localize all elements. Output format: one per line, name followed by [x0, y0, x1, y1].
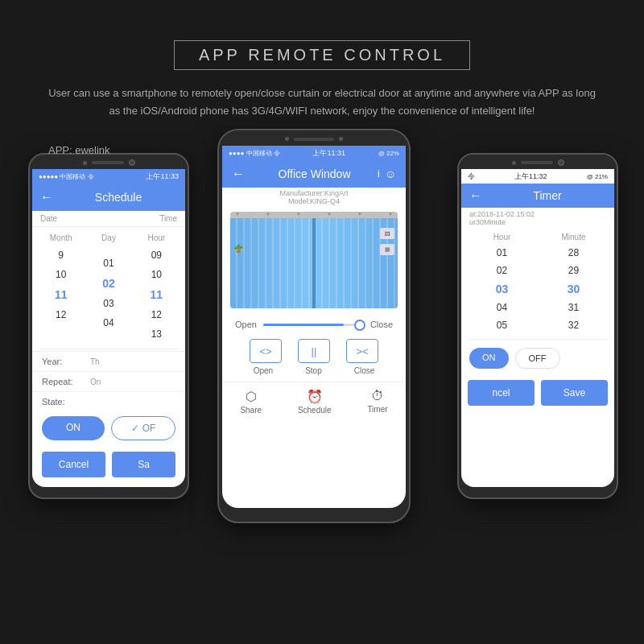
left-side-icon: 🪴 [233, 244, 243, 253]
slider-fill [263, 324, 344, 326]
timer-icon: ⏱ [371, 389, 384, 403]
smile-icon[interactable]: ☺ [385, 167, 396, 180]
day-header: Day [101, 230, 116, 246]
left-status-signal: ●●●●● 中国移动 令 [39, 172, 94, 181]
timer-hour-02: 02 [489, 262, 515, 279]
cancel-button-right[interactable]: ncel [468, 380, 535, 406]
close-ctrl-button[interactable]: >< [346, 339, 378, 363]
share-icon: ⬡ [246, 389, 257, 404]
timer-info1: at:2018-11-02 15:02 [469, 210, 606, 218]
nav-timer[interactable]: ⏱ Timer [367, 389, 387, 415]
timer-min-29: 29 [560, 262, 587, 279]
timer-hour-header: Hour [493, 230, 511, 244]
curtain-visual: ▼▼▼▼▼▼ 🖼 ▦ 🪴 [230, 212, 398, 308]
timer-min-31: 31 [560, 299, 587, 316]
hour-12: 12 [145, 305, 168, 324]
off-label-left: OF [142, 423, 156, 434]
back-arrow-center[interactable]: ← [232, 167, 245, 181]
nav-share[interactable]: ⬡ Share [240, 389, 262, 415]
timer-hour-05: 05 [489, 316, 515, 334]
stop-ctrl-label: Stop [305, 366, 322, 375]
back-arrow-right[interactable]: ← [469, 188, 482, 203]
nav-timer-label: Timer [367, 405, 387, 414]
schedule-icon: ⏰ [307, 389, 323, 404]
repeat-value: On [90, 378, 101, 386]
save-button-right[interactable]: Save [541, 380, 608, 406]
timer-info2: ur30Minute [469, 218, 606, 226]
app-label: APP: ewelink [0, 136, 644, 164]
back-arrow-icon[interactable]: ← [40, 190, 53, 204]
phone-center: ●●●● 中国移动 令 上午11:31 @ 22% ← Office Windo… [217, 129, 411, 523]
info-icon[interactable]: i [378, 168, 380, 180]
right-status-signal: 令 [468, 171, 475, 182]
timer-minute-header: Minute [561, 230, 585, 244]
month-9: 9 [52, 246, 70, 265]
left-status-time: 上午11:33 [146, 171, 179, 182]
close-ctrl-label: Close [354, 366, 375, 375]
date-label: Date [40, 214, 57, 223]
month-11-selected: 11 [48, 284, 74, 305]
hour-11-selected: 11 [144, 284, 170, 305]
timer-min-30-selected: 30 [559, 279, 588, 299]
off-button-right[interactable]: OFF [515, 348, 560, 369]
nav-schedule[interactable]: ⏰ Schedule [298, 389, 332, 415]
time-col-label: Time [159, 214, 177, 223]
timer-min-28: 28 [560, 244, 587, 262]
curtain-left [230, 218, 314, 308]
timer-hour-01: 01 [489, 244, 515, 262]
cancel-button-left[interactable]: Cancel [42, 452, 105, 477]
save-button-left[interactable]: Sa [112, 452, 175, 477]
slider-thumb[interactable] [354, 320, 365, 331]
right-status-battery: @ 21% [587, 173, 608, 180]
on-button-right[interactable]: ON [469, 348, 509, 369]
slider-close-label: Close [370, 320, 393, 329]
timer-hour-04: 04 [489, 299, 515, 316]
on-button-left[interactable]: ON [42, 416, 105, 440]
hour-09: 09 [145, 246, 168, 265]
timer-title: Timer [489, 189, 606, 202]
hour-10: 10 [145, 265, 168, 284]
close-ctrl-icon: >< [356, 345, 368, 357]
phone-left-wrapper: ●●●●● 中国移动 令 上午11:33 ← Schedule Date Tim… [28, 153, 189, 499]
state-label: State: [42, 397, 90, 407]
hour-header: Hour [147, 230, 165, 246]
day-01: 01 [97, 254, 120, 273]
year-value: Th [90, 357, 100, 366]
manufacturer-info: Manufacturer:KingArt [222, 189, 406, 197]
slider-track[interactable] [263, 324, 364, 326]
main-title: APP REMOTE CONTROL [199, 46, 445, 64]
repeat-label: Repeat: [42, 377, 90, 386]
month-10: 10 [49, 265, 72, 284]
phone-left: ●●●●● 中国移动 令 上午11:33 ← Schedule Date Tim… [28, 153, 189, 499]
timer-hour-03-selected: 03 [488, 279, 517, 299]
model-info: Model:KING-Q4 [222, 197, 406, 205]
day-empty [102, 246, 115, 254]
open-ctrl-button[interactable]: <> [250, 339, 282, 363]
office-title: Office Window [251, 167, 378, 180]
stop-ctrl-icon: || [312, 345, 317, 357]
off-button-left[interactable]: ✓ OF [111, 416, 175, 440]
title-box: APP REMOTE CONTROL [174, 40, 470, 70]
hour-13: 13 [145, 324, 168, 344]
month-empty [55, 324, 68, 332]
header-section: APP REMOTE CONTROL User can use a smartp… [0, 16, 644, 164]
day-04: 04 [97, 313, 120, 332]
side-icons: 🖼 ▦ [380, 228, 394, 255]
phone-center-wrapper: ●●●● 中国移动 令 上午11:31 @ 22% ← Office Windo… [217, 129, 411, 523]
month-header: Month [50, 230, 72, 246]
day-03: 03 [97, 294, 120, 313]
phone-right-wrapper: 令 上午11:32 @ 21% ← Timer at:2018-11-02 15… [457, 153, 618, 499]
open-ctrl-label: Open [254, 366, 273, 375]
day-02-selected: 02 [96, 273, 122, 294]
timer-min-32: 32 [560, 316, 587, 334]
year-label: Year: [42, 357, 90, 366]
description-text: User can use a smartphone to remotely op… [48, 85, 596, 120]
slider-open-label: Open [235, 320, 257, 329]
curtain-rod: ▼▼▼▼▼▼ [230, 212, 398, 218]
month-12: 12 [49, 305, 72, 324]
right-status-time: 上午11:32 [514, 171, 547, 182]
stop-ctrl-button[interactable]: || [298, 339, 330, 363]
nav-schedule-label: Schedule [298, 406, 332, 415]
open-ctrl-icon: <> [259, 345, 271, 357]
schedule-title: Schedule [60, 191, 177, 204]
